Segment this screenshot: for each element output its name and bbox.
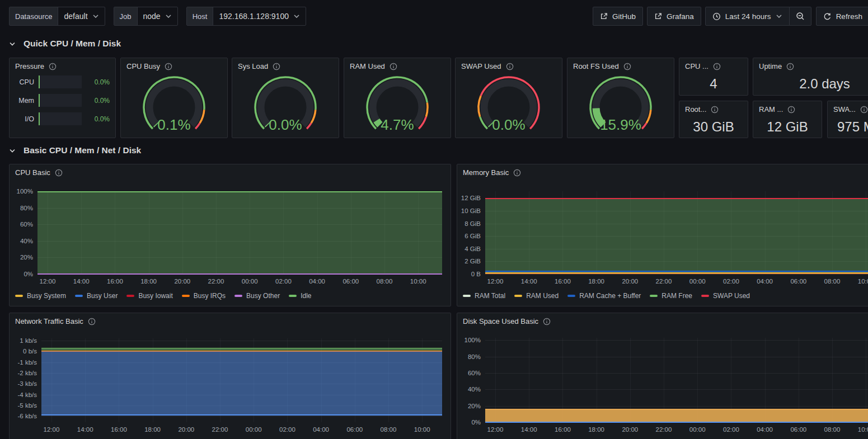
legend-item[interactable]: Busy IRQs — [182, 292, 226, 300]
series-area — [41, 351, 442, 415]
series-line — [41, 414, 442, 416]
info-icon[interactable] — [88, 318, 96, 325]
panel-title-row[interactable]: SWA... — [828, 101, 868, 116]
panel-title: RAM Used — [350, 62, 385, 70]
ram-used-gauge: 4.7% — [344, 74, 451, 134]
legend-item[interactable]: Busy Iowait — [126, 292, 172, 300]
job-select[interactable]: node — [138, 7, 177, 25]
refresh-button[interactable]: Refresh — [816, 7, 868, 26]
cpu-basic-chart[interactable]: 100%80%60%40%20%0%12:0014:0016:0018:0020… — [37, 191, 442, 274]
section-header-quick[interactable]: Quick CPU / Mem / Disk — [9, 39, 121, 49]
bar-gauge — [39, 94, 82, 107]
job-label: Job — [114, 7, 138, 25]
info-icon[interactable] — [713, 63, 721, 70]
series-area — [485, 409, 868, 422]
legend-item[interactable]: Busy User — [75, 292, 118, 300]
datasource-select[interactable]: default — [58, 7, 104, 25]
panel-title-row[interactable]: RAM ... — [753, 101, 822, 116]
info-icon[interactable] — [543, 318, 551, 325]
legend-swatch — [567, 295, 575, 297]
grafana-link-button[interactable]: Grafana — [647, 7, 701, 26]
panel-title-row[interactable]: Pressure — [10, 58, 115, 73]
pressure-panel: Pressure CPU 0.0% Mem 0.0% I/O 0.0% — [9, 58, 116, 138]
memory-basic-panel: Memory Basic 12 GiB10 GiB8 GiB6 GiB4 GiB… — [457, 164, 868, 306]
memory-basic-chart[interactable]: 12 GiB10 GiB8 GiB6 GiB4 GiB2 GiB0 B12:00… — [485, 191, 868, 274]
legend-item[interactable]: RAM Cache + Buffer — [567, 292, 641, 300]
x-axis-tick-label: 08:00 — [817, 426, 848, 433]
y-axis-tick-label: 80% — [20, 204, 33, 212]
y-axis-tick-label: -1 kb/s — [17, 358, 37, 366]
y-axis-tick-label: 0% — [24, 270, 33, 278]
legend-label: Busy User — [87, 292, 118, 300]
legend-swatch — [182, 295, 190, 297]
panel-title-row[interactable]: SWAP Used — [456, 58, 562, 73]
info-icon[interactable] — [623, 63, 631, 70]
info-icon[interactable] — [786, 63, 794, 70]
legend-swatch — [75, 295, 83, 297]
caret-down-icon — [293, 14, 300, 18]
legend-item[interactable]: RAM Used — [514, 292, 559, 300]
panel-title-row[interactable]: Uptime — [753, 58, 868, 73]
zoom-out-button[interactable] — [789, 7, 811, 26]
panel-title: Network Traffic Basic — [15, 317, 83, 325]
info-icon[interactable] — [55, 169, 63, 177]
panel-title-row[interactable]: CPU Busy — [121, 58, 227, 73]
info-icon[interactable] — [506, 63, 514, 70]
legend-label: Busy Other — [246, 292, 280, 300]
info-icon[interactable] — [787, 106, 795, 114]
rootfs-total-panel: Root... 30 GiB — [679, 101, 748, 138]
x-axis-tick-label: 08:00 — [373, 426, 404, 433]
legend-item[interactable]: RAM Free — [650, 292, 692, 300]
external-link-icon — [654, 12, 662, 20]
legend-item[interactable]: SWAP Used — [701, 292, 750, 300]
y-axis-tick-label: -4 kb/s — [17, 391, 37, 399]
panel-title-row[interactable]: CPU Basic — [10, 164, 451, 179]
y-axis-tick-label: 40% — [20, 237, 33, 245]
info-icon[interactable] — [49, 63, 57, 70]
pressure-label: CPU — [12, 78, 34, 86]
info-icon[interactable] — [513, 169, 521, 177]
sys-load-gauge: 0.0% — [232, 74, 339, 134]
panel-title-row[interactable]: Memory Basic — [457, 164, 868, 179]
info-icon[interactable] — [860, 106, 868, 114]
sys-load-panel: Sys Load 0.0% — [232, 58, 339, 138]
x-axis-tick-label: 00:00 — [238, 426, 269, 433]
stat-value: 975 MiB — [828, 119, 868, 135]
y-axis-tick-label: 12 GiB — [461, 194, 481, 202]
info-icon[interactable] — [165, 63, 172, 70]
panel-title: Uptime — [759, 62, 782, 70]
info-icon[interactable] — [390, 63, 397, 70]
panel-title-row[interactable]: CPU ... — [679, 58, 748, 73]
panel-title-row[interactable]: Network Traffic Basic — [10, 313, 451, 328]
disk-space-panel: Disk Space Used Basic 100%80%60%40%20%0%… — [457, 313, 868, 439]
host-select[interactable]: 192.168.1.128:9100 — [213, 7, 306, 25]
swap-used-panel: SWAP Used 0.0% — [455, 58, 562, 138]
pressure-row-cpu: CPU 0.0% — [10, 73, 115, 91]
panel-title: Sys Load — [238, 62, 268, 70]
x-axis-tick-label: 20:00 — [167, 278, 198, 285]
legend-item[interactable]: Idle — [289, 292, 311, 300]
gridline-horizontal — [485, 373, 868, 374]
section-header-basic[interactable]: Basic CPU / Mem / Net / Disk — [9, 145, 141, 155]
legend-item[interactable]: RAM Total — [463, 292, 505, 300]
cpu-busy-gauge: 0.1% — [121, 74, 227, 134]
panel-title-row[interactable]: Sys Load — [232, 58, 339, 73]
info-icon[interactable] — [273, 63, 280, 70]
gridline-horizontal — [41, 341, 442, 341]
gridline-horizontal — [485, 406, 868, 407]
panel-title-row[interactable]: Disk Space Used Basic — [457, 313, 868, 328]
panel-title-row[interactable]: Root... — [679, 101, 748, 116]
info-icon[interactable] — [711, 106, 719, 114]
x-axis-tick-label: 04:00 — [749, 278, 781, 285]
disk-space-chart[interactable]: 100%80%60%40%20%0%12:0014:0016:0018:0020… — [485, 338, 868, 422]
ram-used-panel: RAM Used 4.7% — [344, 58, 451, 138]
x-axis-tick-label: 14:00 — [513, 278, 545, 285]
legend-item[interactable]: Busy Other — [234, 292, 280, 300]
legend-item[interactable]: Busy System — [15, 292, 66, 300]
panel-title-row[interactable]: Root FS Used — [567, 58, 674, 73]
github-link-button[interactable]: GitHub — [593, 7, 643, 26]
time-range-picker[interactable]: Last 24 hours — [705, 7, 790, 26]
panel-title-row[interactable]: RAM Used — [344, 58, 451, 73]
legend-swatch — [701, 295, 709, 297]
network-traffic-chart[interactable]: 1 kb/s0 b/s-1 kb/s-2 kb/s-3 kb/s-4 kb/s-… — [41, 338, 442, 422]
